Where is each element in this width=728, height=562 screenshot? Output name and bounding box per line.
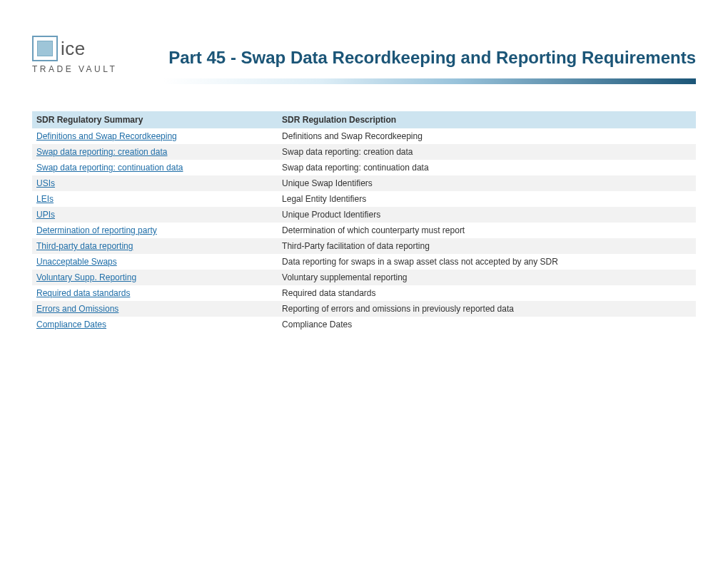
summary-link[interactable]: Swap data reporting: continuation data [36,163,183,173]
cell-summary: Third-party data reporting [32,238,278,254]
cell-description: Voluntary supplemental reporting [278,270,696,285]
table-row: Determination of reporting partyDetermin… [32,223,696,238]
table-row: Compliance DatesCompliance Dates [32,317,696,332]
table-row: LEIsLegal Entity Identifiers [32,191,696,207]
table-row: Swap data reporting: continuation dataSw… [32,160,696,175]
cell-summary: Determination of reporting party [32,223,278,238]
col-header-summary: SDR Regulatory Summary [32,111,278,128]
summary-link[interactable]: Required data standards [36,288,130,298]
table-row: Definitions and Swap RecordkeepingDefini… [32,128,696,144]
summary-link[interactable]: Swap data reporting: creation data [36,147,167,157]
summary-link[interactable]: USIs [36,178,55,188]
summary-link[interactable]: Compliance Dates [36,320,106,329]
table-row: Voluntary Supp. ReportingVoluntary suppl… [32,270,696,285]
summary-link[interactable]: Determination of reporting party [36,225,157,235]
table-row: Swap data reporting: creation dataSwap d… [32,144,696,160]
cell-description: Unique Product Identifiers [278,207,696,223]
cell-summary: Swap data reporting: continuation data [32,160,278,175]
header: ice TRADE VAULT Part 45 - Swap Data Reco… [32,36,696,74]
logo-sub-text: TRADE VAULT [32,64,125,74]
cell-description: Third-Party facilitation of data reporti… [278,238,696,254]
cell-summary: Voluntary Supp. Reporting [32,270,278,285]
cell-summary: LEIs [32,191,278,207]
logo-square-icon [32,36,58,61]
cell-description: Required data standards [278,285,696,301]
summary-link[interactable]: Unacceptable Swaps [36,257,117,267]
summary-link[interactable]: Voluntary Supp. Reporting [36,272,136,282]
summary-link[interactable]: Third-party data reporting [36,241,133,251]
col-header-description: SDR Regulation Description [278,111,696,128]
page-title: Part 45 - Swap Data Recordkeeping and Re… [168,48,696,68]
cell-description: Data reporting for swaps in a swap asset… [278,254,696,270]
cell-description: Swap data reporting: continuation data [278,160,696,175]
table-row: Third-party data reportingThird-Party fa… [32,238,696,254]
logo: ice TRADE VAULT [32,36,125,74]
cell-summary: Definitions and Swap Recordkeeping [32,128,278,144]
table-row: UPIsUnique Product Identifiers [32,207,696,223]
logo-brand-text: ice [61,38,86,60]
cell-description: Compliance Dates [278,317,696,332]
regulatory-table: SDR Regulatory Summary SDR Regulation De… [32,111,696,332]
table-row: Errors and OmissionsReporting of errors … [32,301,696,317]
cell-summary: Errors and Omissions [32,301,278,317]
cell-summary: Compliance Dates [32,317,278,332]
gradient-divider [162,78,696,84]
cell-summary: USIs [32,175,278,191]
table-row: USIsUnique Swap Identifiers [32,175,696,191]
cell-description: Reporting of errors and omissions in pre… [278,301,696,317]
table-row: Unacceptable SwapsData reporting for swa… [32,254,696,270]
cell-description: Swap data reporting: creation data [278,144,696,160]
logo-top: ice [32,36,125,61]
summary-link[interactable]: Definitions and Swap Recordkeeping [36,131,177,141]
cell-description: Legal Entity Identifiers [278,191,696,207]
cell-description: Unique Swap Identifiers [278,175,696,191]
cell-summary: Required data standards [32,285,278,301]
summary-link[interactable]: LEIs [36,194,54,204]
table-row: Required data standardsRequired data sta… [32,285,696,301]
summary-link[interactable]: UPIs [36,210,55,220]
cell-summary: Unacceptable Swaps [32,254,278,270]
summary-link[interactable]: Errors and Omissions [36,304,118,314]
cell-summary: Swap data reporting: creation data [32,144,278,160]
cell-summary: UPIs [32,207,278,223]
cell-description: Determination of which counterparty must… [278,223,696,238]
cell-description: Definitions and Swap Recordkeeping [278,128,696,144]
